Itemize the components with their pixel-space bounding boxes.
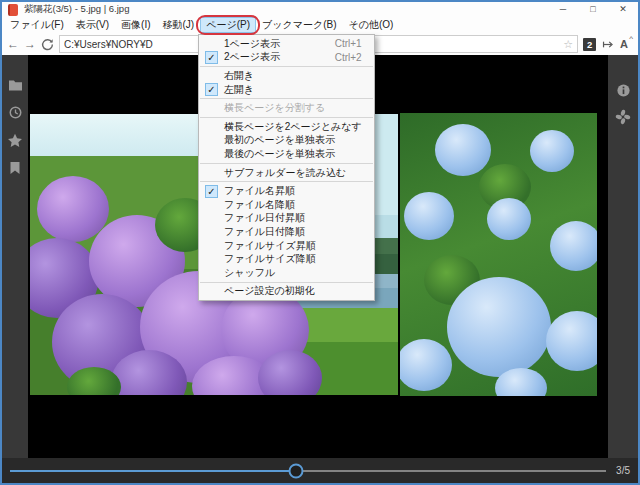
menubar-item-label: その他(O) bbox=[349, 18, 394, 32]
menu-item-label: ファイル日付昇順 bbox=[224, 211, 305, 225]
check-icon: ✓ bbox=[199, 83, 224, 96]
bookmark-icon[interactable] bbox=[9, 161, 21, 175]
menu-item[interactable]: ✓左開き bbox=[199, 83, 374, 97]
page-slider[interactable] bbox=[10, 470, 606, 472]
menu-item[interactable]: 1ページ表示Ctrl+1 bbox=[199, 37, 374, 51]
menubar-item-view[interactable]: 表示(V) bbox=[70, 17, 115, 33]
menubar-item-others[interactable]: その他(O) bbox=[343, 17, 400, 33]
menu-item-label: 2ページ表示 bbox=[224, 50, 280, 64]
menu-separator bbox=[200, 117, 373, 118]
page-menu: 1ページ表示Ctrl+1✓2ページ表示Ctrl+2右開き✓左開き横長ページを分割… bbox=[198, 34, 375, 301]
menu-item-label: 横長ページを分割する bbox=[224, 101, 325, 115]
slider-thumb[interactable] bbox=[289, 463, 304, 478]
menu-item: 横長ページを分割する bbox=[199, 101, 374, 115]
menu-item[interactable]: ファイル名降順 bbox=[199, 198, 374, 212]
forward-icon[interactable]: → bbox=[24, 38, 36, 50]
app-icon bbox=[8, 4, 18, 16]
menu-separator bbox=[200, 98, 373, 99]
menu-separator bbox=[200, 181, 373, 182]
menu-item[interactable]: 最後のページを単独表示 bbox=[199, 147, 374, 161]
menu-item-label: 左開き bbox=[224, 83, 254, 97]
menu-item-label: 1ページ表示 bbox=[224, 37, 280, 51]
menubar-item-file[interactable]: ファイル(F) bbox=[4, 17, 70, 33]
menu-item-label: ファイル名降順 bbox=[224, 198, 295, 212]
menu-item[interactable]: ファイルサイズ降順 bbox=[199, 252, 374, 266]
menu-item-label: 最後のページを単独表示 bbox=[224, 147, 335, 161]
menubar: ファイル(F)表示(V)画像(I)移動(J)ページ(P)ブックマーク(B)その他… bbox=[2, 17, 638, 33]
close-button[interactable]: ✕ bbox=[608, 2, 638, 17]
menu-item-label: 最初のページを単独表示 bbox=[224, 133, 335, 147]
page-mode-badge[interactable]: 2 bbox=[583, 38, 596, 51]
menu-item[interactable]: シャッフル bbox=[199, 266, 374, 280]
menu-item-label: 横長ページを2ページとみなす bbox=[224, 120, 362, 134]
menu-item[interactable]: ✓ファイル名昇順 bbox=[199, 184, 374, 198]
star-icon[interactable] bbox=[7, 133, 23, 148]
page-indicator: 3/5 bbox=[616, 465, 630, 476]
window-title: 紫陽花(3/5) - 5.jpg | 6.jpg bbox=[24, 3, 548, 16]
check-icon: ✓ bbox=[199, 185, 224, 198]
effect-icon[interactable] bbox=[615, 109, 631, 125]
text-size-icon[interactable]: A^ bbox=[620, 38, 633, 50]
maximize-button[interactable]: □ bbox=[578, 2, 608, 17]
menubar-item-image[interactable]: 画像(I) bbox=[115, 17, 156, 33]
menu-item[interactable]: 横長ページを2ページとみなす bbox=[199, 120, 374, 134]
status-bar: 3/5 bbox=[2, 458, 638, 483]
menu-item-label: シャッフル bbox=[224, 266, 275, 280]
menu-item[interactable]: サブフォルダーを読み込む bbox=[199, 166, 374, 180]
menubar-item-move[interactable]: 移動(J) bbox=[157, 17, 201, 33]
menubar-item-label: 移動(J) bbox=[163, 18, 195, 32]
menu-separator bbox=[200, 163, 373, 164]
menu-item-label: ファイル日付降順 bbox=[224, 225, 305, 239]
menu-item-label: ファイルサイズ昇順 bbox=[224, 239, 316, 253]
menubar-item-label: ファイル(F) bbox=[10, 18, 64, 32]
history-icon[interactable] bbox=[8, 105, 23, 120]
minimize-button[interactable]: ─ bbox=[548, 2, 578, 17]
left-sidebar bbox=[2, 55, 28, 458]
menu-item-shortcut: Ctrl+1 bbox=[315, 38, 362, 49]
menu-item[interactable]: ページ設定の初期化 bbox=[199, 285, 374, 299]
check-icon: ✓ bbox=[199, 51, 224, 64]
app-window: 紫陽花(3/5) - 5.jpg | 6.jpg ─ □ ✕ ファイル(F)表示… bbox=[0, 0, 640, 485]
refresh-icon[interactable] bbox=[41, 38, 54, 51]
menubar-item-label: 表示(V) bbox=[76, 18, 109, 32]
menu-item-label: ファイル名昇順 bbox=[224, 184, 295, 198]
menu-item[interactable]: ファイルサイズ昇順 bbox=[199, 239, 374, 253]
favorite-star-icon[interactable]: ☆ bbox=[563, 38, 573, 51]
menubar-item-label: ページ(P) bbox=[206, 18, 250, 32]
folder-icon[interactable] bbox=[8, 79, 23, 92]
menu-item[interactable]: ファイル日付降順 bbox=[199, 225, 374, 239]
menu-separator bbox=[200, 66, 373, 67]
menu-item-label: サブフォルダーを読み込む bbox=[224, 166, 346, 180]
menubar-item-page[interactable]: ページ(P) bbox=[200, 17, 256, 33]
slider-fill bbox=[10, 470, 296, 472]
menu-item-shortcut: Ctrl+2 bbox=[315, 52, 362, 63]
menu-item[interactable]: 最初のページを単独表示 bbox=[199, 134, 374, 148]
title-bar: 紫陽花(3/5) - 5.jpg | 6.jpg ─ □ ✕ bbox=[2, 2, 638, 17]
menu-item[interactable]: 右開き bbox=[199, 69, 374, 83]
info-icon[interactable] bbox=[616, 83, 631, 98]
page-image-right bbox=[400, 113, 597, 396]
read-direction-icon[interactable] bbox=[601, 38, 615, 51]
right-sidebar bbox=[608, 55, 638, 458]
menu-item-label: 右開き bbox=[224, 69, 254, 83]
menu-item[interactable]: ファイル日付昇順 bbox=[199, 212, 374, 226]
menu-separator bbox=[200, 282, 373, 283]
menu-item-label: ページ設定の初期化 bbox=[224, 284, 315, 298]
back-icon[interactable]: ← bbox=[7, 38, 19, 50]
menu-item-label: ファイルサイズ降順 bbox=[224, 252, 316, 266]
menu-item[interactable]: ✓2ページ表示Ctrl+2 bbox=[199, 51, 374, 65]
main-area: 1ページ表示Ctrl+1✓2ページ表示Ctrl+2右開き✓左開き横長ページを分割… bbox=[2, 55, 638, 458]
menubar-item-label: 画像(I) bbox=[121, 18, 150, 32]
menubar-item-bookmark[interactable]: ブックマーク(B) bbox=[256, 17, 343, 33]
menubar-item-label: ブックマーク(B) bbox=[262, 18, 337, 32]
